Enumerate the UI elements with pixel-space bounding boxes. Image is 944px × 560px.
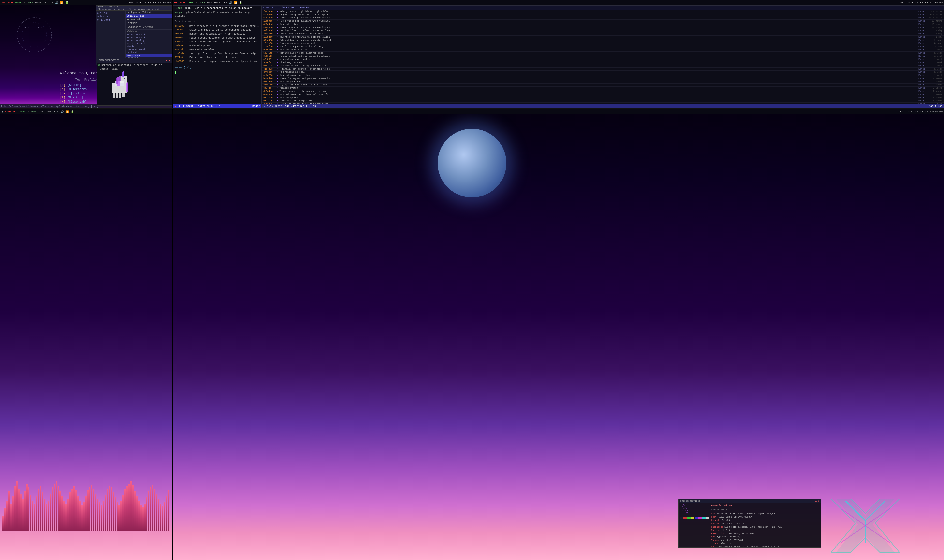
fm-file-background[interactable]: background256.txt <box>126 11 172 14</box>
viz-bar <box>50 494 51 531</box>
qute-label-newtab: [New tab] <box>67 96 83 100</box>
viz-bar <box>128 484 130 531</box>
fm-theme-header: ald-hope <box>126 30 172 33</box>
git-commit-right-15[interactable]: 5a00b19 ● Pinned embark and reorganized … <box>262 55 944 58</box>
fm-file-bg-name: background256.txt <box>126 11 152 14</box>
viz-bar <box>83 502 85 531</box>
viz-bar <box>18 489 20 531</box>
git-commit-right-10[interactable]: 67bc458 ● Extra detail on adding unstabl… <box>262 39 944 42</box>
viz-bar <box>65 503 67 531</box>
git-commit-right-7[interactable]: 5af793d ● Testing if auto-cpufreq is sys… <box>262 29 944 32</box>
git-commit-right-24[interactable]: a568f5e ● Trying some new power optimiza… <box>262 83 944 87</box>
svg-text:. . . . . . . .: . . . . . . . . <box>21 35 45 38</box>
fm-theme-uwu[interactable]: uwwunicorn <box>126 54 172 57</box>
git-commit-right-29[interactable]: d3271b6 ● Fixes youtube hyprprofile Emme… <box>262 100 944 103</box>
git-commit-right-19[interactable]: 41c7253 ● I finally got agenda + syncthi… <box>262 68 944 71</box>
git-commit-right-23[interactable]: b081d4d ● Updated pyprland Emmet 2 weeks <box>262 80 944 83</box>
git-commit-right-5[interactable]: 4f2c4dd ● Updated system Emmet 18 hours <box>262 23 944 26</box>
bottom-sb-youtube: Youtube <box>5 110 17 113</box>
git-commit-right-2[interactable]: 4060d1d ● Ranger dnd optimization + qb f… <box>262 13 944 17</box>
git-commit-a95bddd[interactable]: a95bddd Removed some bloat <box>175 48 260 52</box>
viz-bar <box>26 484 28 531</box>
git-right-sb-indicator: ● <box>263 105 265 108</box>
filemanager-window: emmet@snowfire: /home/emmet/.dotfiles/th… <box>96 5 172 62</box>
git-commit-40bf69d[interactable]: 40bf69d Ranger dnd optimization + qb fil… <box>175 32 260 36</box>
git-commit-right-17[interactable]: 9ba6f21 ● Added magit-todos Emmet 1 week <box>262 61 944 65</box>
git-commit-right-13[interactable]: bc19c0c ● Updated install notes Emmet 1 … <box>262 48 944 52</box>
neofetch-titlebar: emmet@snowfire:~ ▲ ◆ <box>679 499 821 503</box>
fm-theme-sel1[interactable]: selenized-dark <box>126 33 172 36</box>
fm-sidebar-reorg[interactable]: ⊕ RE=.org <box>96 18 125 22</box>
neofetch-separator: ------------ <box>711 508 820 511</box>
bottom-moon <box>438 129 506 197</box>
git-commit-right-20[interactable]: df4eee6 ● 3d printing is cool Emmet 1 we… <box>262 71 944 74</box>
viz-bar <box>158 498 159 531</box>
viz-bar <box>134 491 136 531</box>
git-commit-right-8[interactable]: 2774c0e ● Extra lines to ensure flakes w… <box>262 32 944 35</box>
git-commit-right-21[interactable]: cefa230 ● Updated uwwunicorn theme Emmet… <box>262 74 944 77</box>
viz-bar <box>168 490 169 531</box>
git-commit-dee0888[interactable]: dee0888 main gitea/main gitlab/main gith… <box>175 24 260 28</box>
fm-file-yaml[interactable]: uwwunicorn-yt.yaml <box>126 25 172 29</box>
git-commit-right-28[interactable]: b3c77de ● Updated system Emmet 3 weeks <box>262 96 944 100</box>
viz-bar <box>52 487 53 531</box>
qute-statusbar-text: file:///home/emmet/.browser/Tech/config/… <box>1 105 98 108</box>
viz-bar <box>12 496 14 531</box>
git-spacer <box>175 64 260 66</box>
pokemon-cmd-text: pokemon-colorscripts -n rapidash -f gala… <box>101 64 162 66</box>
nf-field-uptime: Uptime: 19 hours, 35 mins <box>711 522 820 526</box>
git-commit-right-9[interactable]: a265de0 ● Reverted to original uwwunicor… <box>262 35 944 39</box>
git-commit-right-3[interactable]: 5d51e9b ● Fixes recent qutebrowser updat… <box>262 17 944 20</box>
git-commit-right-4[interactable]: a2b59d5 ● Fixes flake not building when … <box>262 20 944 23</box>
git-commit-5f9f3d2[interactable]: 5f9f3d2 Testing if auto-cpufreq is syste… <box>175 52 260 56</box>
svg-rect-13 <box>116 78 118 85</box>
git-commit-2774c0e[interactable]: 2774c0e Extra lines to ensure flakes wor… <box>175 56 260 60</box>
git-commit-499656e[interactable]: 499656e Fixes recent qutebrowser remote … <box>175 36 260 40</box>
neofetch-info: emmet@snowfire ------------ OS: NixOS 23… <box>711 504 820 546</box>
viz-bar <box>20 494 22 531</box>
bottom-sb-val5: 11% <box>54 110 59 113</box>
fm-file-polarity[interactable]: polarity.txt <box>126 14 172 18</box>
git-commit-a2656d0[interactable]: a2656d0 Reverted to original uwwunicorn … <box>175 60 260 64</box>
git-commit-right-16[interactable]: c0b0331 ● Cleaned up magit config Emmet … <box>262 58 944 61</box>
fm-theme-twilight[interactable]: twilight <box>126 51 172 54</box>
viz-bar <box>38 489 39 531</box>
fm-theme-ubuntu[interactable]: ubuntu <box>126 45 172 48</box>
fm-theme-sel4[interactable]: selenized-dark <box>126 42 172 45</box>
git-commit-right-6[interactable]: 49956b6 ● Fixes recent qutebrowser updat… <box>262 26 944 29</box>
git-right-header: Commits in --branches --remotes <box>262 6 944 10</box>
filemanager-titlebar: emmet@snowfire: /home/emmet/.dotfiles/th… <box>96 6 172 11</box>
audio-visualizer <box>3 482 170 531</box>
git-commit-right-25[interactable]: 6a94da4 ● Updated system Emmet 2 weeks <box>262 87 944 90</box>
yx-logo <box>831 498 900 552</box>
git-commit-6700c8d[interactable]: 6700c8d Fixes flake not building when fl… <box>175 40 260 44</box>
fm-theme-tomorrow[interactable]: tomorrow-night <box>126 48 172 51</box>
git-commit-right-14[interactable]: 5d571fb ● Getting rid of some electron p… <box>262 52 944 55</box>
git-commit-bad2003[interactable]: bad2003 Updated system <box>175 44 260 48</box>
fm-file-readme[interactable]: README.md <box>126 18 172 22</box>
git-commit-right-12[interactable]: 7604f46 ● Fix for nix parser on install.… <box>262 45 944 48</box>
viz-bar <box>140 505 142 531</box>
fm-theme-sel3[interactable]: selenized-light <box>126 39 172 42</box>
svg-text:. . . . . . .: . . . . . . . <box>22 30 43 33</box>
git-commit-right-11[interactable]: f5d1c30 ● Fixes qemu user session uefi E… <box>262 42 944 45</box>
svg-text:. . . . . .: . . . . . . <box>25 25 43 28</box>
fm-sidebar-flock[interactable]: ⊕ f-lock <box>96 11 125 15</box>
git-left-sb-text: 1.8k magit: .dotfiles 32:0 All <box>179 105 223 108</box>
neofetch-title-text: emmet@snowfire:~ <box>680 500 701 502</box>
git-commit-right-27[interactable]: e4e563c ● Updated uwwunicorn theme wallp… <box>262 93 944 96</box>
git-commit-ef0c56b[interactable]: ef0c56b Switching back to gh as screensh… <box>175 28 260 32</box>
fm-sidebar-lrnix[interactable]: ⊕ lr-nix <box>96 15 125 18</box>
fm-file-license[interactable]: LICENSE <box>126 22 172 25</box>
git-commit-right-22[interactable]: b004d76 ● Fixes for waybar and patched c… <box>262 77 944 80</box>
viz-bar <box>62 496 63 531</box>
git-commit-right-18[interactable]: e011f28 ● Improved comment on agenda syn… <box>262 65 944 68</box>
qute-key-closetab: [x] <box>60 100 65 104</box>
viz-bar <box>3 516 4 531</box>
fm-theme-sel2[interactable]: selenized-dark <box>126 36 172 39</box>
git-left-sb-right: Magit <box>253 105 260 108</box>
git-commit-right-26[interactable]: da94da4 ● Transitioned to flatpak obs fo… <box>262 90 944 93</box>
git-commit-right-1[interactable]: f9af38e ● main gitea/main gitlab/main gi… <box>262 10 944 13</box>
viz-bar <box>81 505 83 531</box>
svg-rect-17 <box>119 92 122 98</box>
